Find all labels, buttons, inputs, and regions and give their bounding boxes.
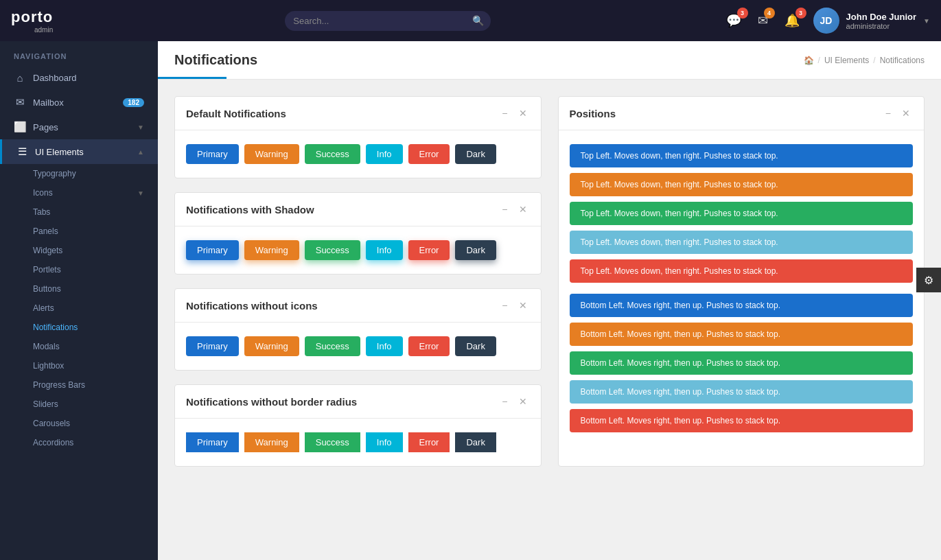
- no-border-dark-button[interactable]: Dark: [455, 432, 496, 452]
- sidebar-sub-tabs[interactable]: Tabs: [0, 202, 158, 222]
- shadow-notifications-actions: − ✕: [499, 202, 529, 216]
- no-border-notifications-header: Notifications without border radius − ✕: [175, 385, 541, 419]
- user-menu[interactable]: JD John Doe Junior administrator ▼: [813, 8, 930, 34]
- bell-badge: 3: [795, 8, 806, 19]
- ui-icon: ☰: [16, 145, 28, 158]
- sidebar-item-ui-elements[interactable]: ☰ UI Elements ▲: [0, 139, 158, 164]
- breadcrumb-ui-elements[interactable]: UI Elements: [824, 56, 869, 65]
- navbar-right: 💬 3 ✉ 4 🔔 3 JD John Doe Junior administr…: [723, 8, 930, 34]
- page-settings-button[interactable]: ⚙: [916, 268, 941, 292]
- sidebar-sub-sliders[interactable]: Sliders: [0, 395, 158, 414]
- shadow-error-button[interactable]: Error: [408, 240, 450, 260]
- default-primary-button[interactable]: Primary: [186, 144, 239, 164]
- no-border-info-button[interactable]: Info: [366, 432, 403, 452]
- no-icons-notifications-minimize[interactable]: −: [499, 299, 510, 312]
- pos-top-orange-button[interactable]: Top Left. Moves down, then right. Pushes…: [570, 173, 914, 196]
- no-icons-warning-button[interactable]: Warning: [244, 336, 299, 356]
- sidebar-sub-notifications[interactable]: Notifications: [0, 318, 158, 337]
- default-notifications-minimize[interactable]: −: [499, 106, 510, 120]
- no-icons-primary-button[interactable]: Primary: [186, 336, 239, 356]
- sidebar-sub-accordions[interactable]: Accordions: [0, 433, 158, 452]
- pos-top-green-button[interactable]: Top Left. Moves down, then right. Pushes…: [570, 202, 914, 225]
- sidebar-sub-label-buttons: Buttons: [33, 284, 61, 294]
- avatar: JD: [813, 8, 839, 34]
- sidebar-sub-buttons[interactable]: Buttons: [0, 279, 158, 299]
- pos-bottom-green-button[interactable]: Bottom Left. Moves right, then up. Pushe…: [570, 351, 914, 375]
- sidebar-sub-label-typography: Typography: [33, 169, 76, 178]
- default-notifications-header: Default Notifications − ✕: [175, 97, 541, 130]
- logo-sub: admin: [11, 26, 53, 34]
- pos-bottom-orange-button[interactable]: Bottom Left. Moves right, then up. Pushe…: [570, 323, 914, 346]
- shadow-success-button[interactable]: Success: [305, 240, 360, 260]
- sidebar-item-dashboard[interactable]: ⌂ Dashboard: [0, 66, 158, 90]
- sidebar-sub-lightbox[interactable]: Lightbox: [0, 356, 158, 375]
- search-input[interactable]: [285, 11, 491, 31]
- bell-icon-button[interactable]: 🔔 3: [782, 10, 802, 31]
- sidebar-sub-widgets[interactable]: Widgets: [0, 241, 158, 260]
- sidebar-sub-portlets[interactable]: Portlets: [0, 260, 158, 279]
- default-dark-button[interactable]: Dark: [455, 144, 496, 164]
- page-title: Notifications: [174, 52, 257, 68]
- shadow-notifications-close[interactable]: ✕: [516, 202, 530, 216]
- sidebar-sub-label-accordions: Accordions: [33, 438, 73, 447]
- default-warning-button[interactable]: Warning: [244, 144, 299, 164]
- shadow-dark-button[interactable]: Dark: [455, 240, 496, 260]
- no-icons-notifications-actions: − ✕: [499, 299, 529, 312]
- no-border-primary-button[interactable]: Primary: [186, 432, 239, 452]
- user-details: John Doe Junior administrator: [846, 12, 917, 30]
- sidebar-label-pages: Pages: [33, 122, 58, 132]
- no-border-notifications-actions: − ✕: [499, 395, 529, 408]
- sidebar-sub-typography[interactable]: Typography: [0, 164, 158, 183]
- sidebar-sub-panels[interactable]: Panels: [0, 222, 158, 241]
- no-border-notifications-body: Primary Warning Success Info Error Dark: [175, 419, 541, 466]
- sidebar-sub-alerts[interactable]: Alerts: [0, 299, 158, 318]
- sidebar-sub-progress-bars[interactable]: Progress Bars: [0, 375, 158, 395]
- no-border-notifications-close[interactable]: ✕: [516, 395, 530, 408]
- positions-minimize[interactable]: −: [883, 106, 894, 120]
- search-button[interactable]: 🔍: [472, 15, 484, 26]
- no-border-success-button[interactable]: Success: [305, 432, 360, 452]
- sidebar-sub-icons[interactable]: Icons ▼: [0, 183, 158, 202]
- sidebar-sub-modals[interactable]: Modals: [0, 337, 158, 356]
- shadow-notifications-minimize[interactable]: −: [499, 202, 510, 216]
- positions-close[interactable]: ✕: [899, 106, 913, 120]
- pos-top-blue-button[interactable]: Top Left. Moves down, then right. Pushes…: [570, 144, 914, 167]
- sidebar-sub-label-carousels: Carousels: [33, 419, 70, 428]
- no-border-error-button[interactable]: Error: [408, 432, 450, 452]
- shadow-notifications-buttons: Primary Warning Success Info Error Dark: [186, 240, 530, 260]
- no-icons-error-button[interactable]: Error: [408, 336, 450, 356]
- no-icons-notifications-card: Notifications without icons − ✕ Primary …: [174, 288, 542, 371]
- mail-icon-button[interactable]: ✉ 4: [755, 10, 771, 31]
- no-border-notifications-buttons: Primary Warning Success Info Error Dark: [186, 432, 530, 452]
- default-success-button[interactable]: Success: [305, 144, 360, 164]
- default-error-button[interactable]: Error: [408, 144, 450, 164]
- pos-bottom-blue-button[interactable]: Bottom Left. Moves right, then up. Pushe…: [570, 294, 914, 317]
- pos-bottom-red-button[interactable]: Bottom Left. Moves right, then up. Pushe…: [570, 409, 914, 432]
- no-border-notifications-minimize[interactable]: −: [499, 395, 510, 408]
- sidebar-item-pages[interactable]: ⬜ Pages ▼: [0, 115, 158, 139]
- shadow-warning-button[interactable]: Warning: [244, 240, 299, 260]
- pos-bottom-lightblue-button[interactable]: Bottom Left. Moves right, then up. Pushe…: [570, 380, 914, 404]
- sidebar-sub-label-progress-bars: Progress Bars: [33, 380, 85, 390]
- sidebar-sub-label-lightbox: Lightbox: [33, 361, 64, 371]
- shadow-info-button[interactable]: Info: [366, 240, 403, 260]
- no-border-warning-button[interactable]: Warning: [244, 432, 299, 452]
- sidebar-label-dashboard: Dashboard: [33, 73, 77, 83]
- shadow-primary-button[interactable]: Primary: [186, 240, 239, 260]
- no-icons-dark-button[interactable]: Dark: [455, 336, 496, 356]
- pos-top-red-button[interactable]: Top Left. Moves down, then right. Pushes…: [570, 259, 914, 283]
- pos-top-lightblue-button[interactable]: Top Left. Moves down, then right. Pushes…: [570, 231, 914, 254]
- sidebar-sub-carousels[interactable]: Carousels: [0, 414, 158, 433]
- default-notifications-body: Primary Warning Success Info Error Dark: [175, 130, 541, 178]
- no-icons-success-button[interactable]: Success: [305, 336, 360, 356]
- chat-icon-button[interactable]: 💬 3: [723, 10, 744, 31]
- sidebar-sub-label-modals: Modals: [33, 342, 60, 351]
- no-icons-notifications-close[interactable]: ✕: [516, 299, 530, 312]
- no-icons-info-button[interactable]: Info: [366, 336, 403, 356]
- logo: porto admin: [11, 8, 53, 34]
- default-info-button[interactable]: Info: [366, 144, 403, 164]
- sidebar-item-mailbox[interactable]: ✉ Mailbox 182: [0, 90, 158, 115]
- sidebar-sub-label-sliders: Sliders: [33, 399, 58, 409]
- chat-badge: 3: [737, 8, 748, 19]
- default-notifications-close[interactable]: ✕: [516, 106, 530, 120]
